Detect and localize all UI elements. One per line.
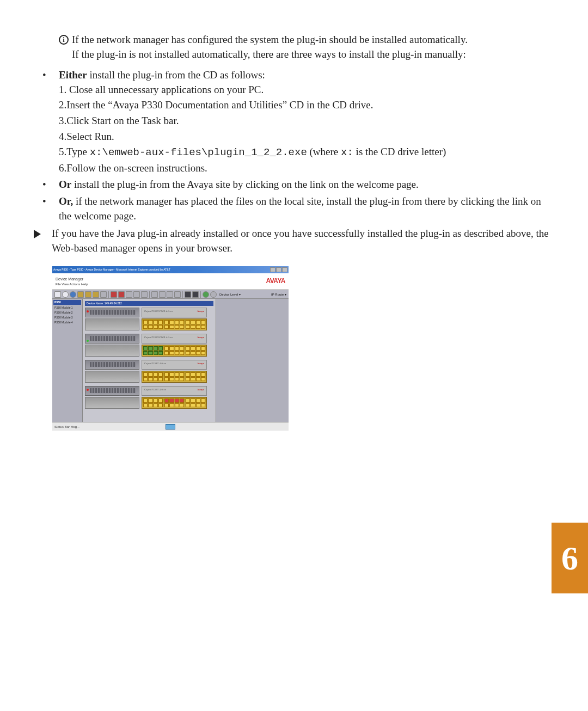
module-row-1: Cajun P333T-PWR 4.0.xx Avaya [85,308,213,330]
step-5a: 5.Type [59,146,90,157]
tool-icon-5[interactable] [111,291,117,298]
tool-icon-1[interactable] [77,291,84,298]
tool-icon-10[interactable] [151,291,158,298]
module-4-right-top[interactable]: Cajun P333T 4.0.xx Avaya [142,386,207,396]
module-row-4: Cajun P333T 4.0.xx Avaya [85,386,213,409]
tool-icon-15[interactable] [192,291,199,298]
module-4-left-bottom[interactable] [85,397,139,409]
module-1-brand: Avaya [197,309,204,313]
status-bar: Status Bar Msg... [52,422,289,431]
stop-icon[interactable] [210,291,217,298]
tree-title: P330 [53,300,81,305]
module-3-left-top[interactable] [85,360,139,370]
refresh-icon[interactable] [70,291,76,298]
cd-install-steps: 1. Close all unnecessary applications on… [59,83,555,176]
toolbar-sep-1 [108,291,109,298]
module-2-left-bottom[interactable] [85,345,139,357]
tool-icon-9[interactable] [141,291,148,298]
either-rest: install the plug-in from the CD as follo… [87,69,265,81]
step-5b: (where [307,146,341,157]
minimize-button[interactable] [270,267,275,272]
toolbar-sep-2 [149,291,150,298]
module-2-right-top[interactable]: Cajun P333T-PWR 4.0.xx Avaya [142,334,207,344]
result-note: If you have the Java plug-in already ins… [33,226,555,255]
either-lead: Either [59,69,87,81]
maximize-button[interactable] [276,267,281,272]
app-body: P330 P330 Module 1 P330 Module 2 P330 Mo… [52,299,289,422]
tree-panel: P330 P330 Module 1 P330 Module 2 P330 Mo… [52,299,83,422]
module-1-label: Cajun P333T-PWR 4.0.xx [144,309,173,313]
led-red-icon [87,310,89,312]
module-row-3: Cajun P334T 4.0.xx Avaya [85,360,213,383]
step-3: 3.Click Start on the Task bar. [59,114,555,128]
module-1-right-top[interactable]: Cajun P333T-PWR 4.0.xx Avaya [142,308,207,317]
step-5-code2: x: [341,146,353,158]
step-5: 5.Type x:\emweb-aux-files\plugin_1_2_2.e… [59,145,555,160]
or-lead: Or [59,179,71,190]
or2-rest: if the network manager has placed the fi… [59,195,541,222]
right-blank-panel [216,299,289,422]
toolbar-mode-dropdown[interactable]: Device Level ▾ [219,292,241,297]
module-4-ports[interactable] [142,397,207,409]
module-4-left-top[interactable] [85,386,139,396]
module-4-label: Cajun P333T 4.0.xx [144,388,166,391]
info-toolbar-icon[interactable] [54,291,61,298]
module-3-right-top[interactable]: Cajun P334T 4.0.xx Avaya [142,360,207,370]
step-1: 1. Close all unnecessary applications on… [59,83,555,97]
tool-icon-4[interactable] [100,291,107,298]
tool-icon-2[interactable] [85,291,91,298]
tree-item-1[interactable]: P330 Module 1 [53,305,81,310]
chapter-tab: 6 [552,523,588,593]
module-1-left-bottom[interactable] [85,318,139,330]
step-5-code: x:\emweb-aux-files\plugin_1_2_2.exe [90,146,307,158]
info-text: If the network manager has configured th… [72,33,555,62]
info-line-1: If the network manager has configured th… [72,34,468,45]
tool-icon-7[interactable] [126,291,132,298]
info-note: i If the network manager has configured … [59,33,555,62]
window-titlebar: Avaya P330 - Type P330 - Avaya Device Ma… [52,266,289,273]
help-icon[interactable] [62,291,69,298]
tree-item-3[interactable]: P330 Module 3 [53,315,81,320]
triangle-right-icon [34,230,41,238]
chapter-number: 6 [561,535,578,582]
status-text: Status Bar Msg... [54,425,79,429]
module-row-2: Cajun P333T-PWR 4.0.xx Avaya [85,334,213,357]
tool-icon-3[interactable] [93,291,99,298]
module-3-brand: Avaya [197,361,204,365]
info-icon: i [59,35,69,45]
module-2-label: Cajun P333T-PWR 4.0.xx [144,335,173,339]
module-1-left-top[interactable] [85,308,139,317]
avaya-logo: AVAYA [266,277,285,286]
led-red-icon-4 [87,389,89,391]
module-3-left-bottom[interactable] [85,371,139,383]
or2-lead: Or, [59,195,73,207]
tool-icon-12[interactable] [167,291,173,298]
module-2-brand: Avaya [197,335,204,339]
tree-item-4[interactable]: P330 Module 4 [53,320,81,325]
tool-icon-11[interactable] [159,291,166,298]
main-panel: Device Name: 149.49.34.212 Cajun P333T-P… [83,299,216,422]
module-1-ports[interactable] [142,318,207,330]
toolbar-sep-4 [200,291,201,298]
module-3-ports[interactable] [142,371,207,383]
tree-item-2[interactable]: P330 Module 2 [53,310,81,315]
app-menu[interactable]: File View Actions Help [56,282,88,286]
tool-icon-6[interactable] [118,291,125,298]
toolbar-sep-3 [182,291,183,298]
tool-icon-14[interactable] [185,291,191,298]
device-manager-screenshot: Avaya P330 - Type P330 - Avaya Device Ma… [52,266,289,431]
tool-icon-13[interactable] [174,291,181,298]
step-6: 6.Follow the on-screen instructions. [59,161,555,176]
module-2-ports[interactable] [142,345,207,357]
window-title: Avaya P330 - Type P330 - Avaya Device Ma… [53,268,170,272]
option-or-site: Or install the plug-in from the Avaya si… [33,177,555,192]
step-5c: is the CD drive letter) [353,146,446,157]
toolbar-right-dropdown[interactable]: IP Route ▾ [271,292,286,297]
close-button[interactable] [282,267,287,272]
module-2-left-top[interactable] [85,334,139,344]
tool-icon-8[interactable] [133,291,140,298]
option-or-local: Or, if the network manager has placed th… [33,194,555,223]
toolbar: Device Level ▾ IP Route ▾ [52,290,289,299]
go-icon[interactable] [203,291,209,298]
window-buttons[interactable] [270,267,287,272]
